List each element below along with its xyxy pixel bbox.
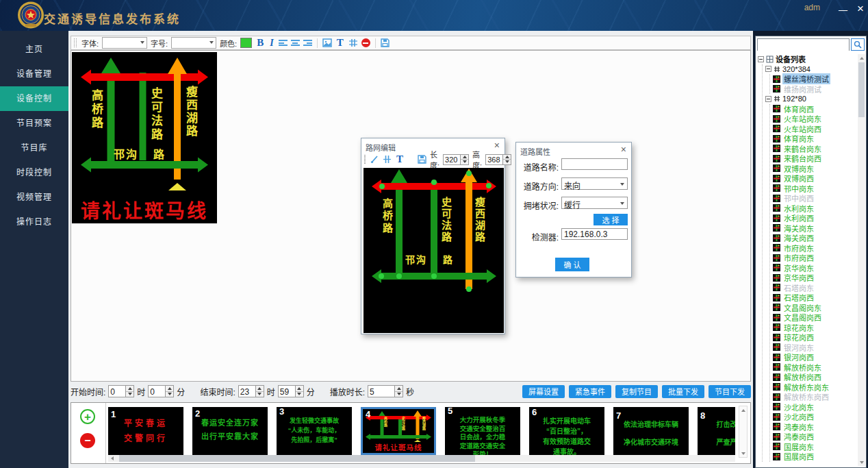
device-row[interactable]: 银河岗西: [773, 352, 858, 362]
remove-program-button[interactable]: −: [80, 433, 95, 448]
search-input[interactable]: [758, 40, 849, 51]
action-button[interactable]: 批量下发: [662, 385, 704, 398]
road-name-input[interactable]: [561, 158, 628, 170]
save-icon[interactable]: [418, 155, 426, 164]
device-row[interactable]: 解放桥岗东: [773, 362, 858, 373]
device-row[interactable]: 京华岗西: [773, 273, 858, 283]
end-minute-spinner[interactable]: 59: [278, 385, 304, 397]
scrollbar-thumb[interactable]: [858, 62, 865, 117]
confirm-button[interactable]: 确 认: [555, 258, 589, 271]
program-thumbnail[interactable]: 3 发生轻微交通事故 “人未伤，车能动， 先拍照，后撤离”: [277, 407, 352, 455]
tree-group-row[interactable]: 192*80: [765, 94, 858, 104]
device-row[interactable]: 鸿泰岗东: [773, 422, 858, 432]
collapse-icon[interactable]: [765, 66, 771, 72]
scrollbar-thumb[interactable]: [119, 455, 475, 462]
device-row[interactable]: 体育岗东: [773, 134, 858, 144]
device-row[interactable]: 解放桥东岗西: [773, 392, 858, 402]
playlist-horizontal-scrollbar[interactable]: [108, 455, 735, 462]
scroll-down-arrow[interactable]: [858, 458, 865, 466]
sidebar-item[interactable]: 节目库: [0, 136, 68, 160]
close-button[interactable]: ×: [857, 3, 864, 14]
sidebar-item[interactable]: 设备控制: [0, 86, 68, 111]
device-row[interactable]: 琼花岗西: [773, 332, 858, 343]
congestion-select[interactable]: 缓行: [561, 197, 628, 209]
road-network-edit-canvas[interactable]: 高桥路 史可法路 瘦西湖路 邗沟 路: [363, 168, 504, 333]
device-row[interactable]: 来鹤台岗西: [773, 153, 858, 164]
device-row[interactable]: 双博岗西: [773, 173, 858, 184]
length-spinner[interactable]: 320: [443, 154, 469, 165]
device-row[interactable]: 国展岗西: [773, 452, 858, 462]
sidebar-item[interactable]: 节目预案: [0, 111, 68, 136]
sidebar-item[interactable]: 设备管理: [0, 62, 68, 86]
tree-group-row[interactable]: 320*384: [765, 64, 858, 75]
logged-in-user[interactable]: adm: [804, 3, 820, 12]
program-thumbnail[interactable]: 4: [361, 407, 436, 455]
align-left-icon[interactable]: [279, 39, 288, 47]
align-center-icon[interactable]: [291, 39, 300, 47]
detector-input[interactable]: [561, 228, 628, 240]
height-spinner[interactable]: 368: [485, 154, 511, 165]
device-row[interactable]: 沙北岗东: [773, 402, 858, 412]
text-tool-button[interactable]: T: [395, 153, 405, 165]
delete-icon[interactable]: [361, 38, 370, 47]
scroll-up-arrow[interactable]: [858, 54, 865, 62]
device-row[interactable]: 市府岗西: [773, 253, 858, 263]
device-row[interactable]: 沙北岗西: [773, 412, 858, 422]
action-button[interactable]: 节目下发: [709, 385, 751, 398]
program-thumbnail[interactable]: 5 大力开展秋冬季 交通安全整治百 日会战，全力稳 定道路交通安全 形势！: [445, 407, 520, 455]
insert-image-icon[interactable]: [322, 38, 332, 47]
font-size-select[interactable]: [171, 37, 216, 49]
program-thumbnail[interactable]: 8 打击改装“炸 严查严处“机: [698, 407, 735, 455]
device-row[interactable]: 海关岗东: [773, 223, 858, 234]
device-row[interactable]: 京华岗东: [773, 263, 858, 273]
device-row[interactable]: 邗中岗西: [773, 193, 858, 204]
color-swatch[interactable]: [240, 38, 252, 48]
road-direction-select[interactable]: 来向: [561, 177, 628, 190]
device-row[interactable]: 螺丝湾桥测试: [773, 74, 858, 84]
device-row[interactable]: 琼花岗东: [773, 323, 858, 333]
program-thumbnail[interactable]: 7 依法治理非标车辆 净化城市交通环境: [613, 407, 689, 455]
sidebar-item[interactable]: 时段控制: [0, 160, 68, 185]
minimize-button[interactable]: —: [839, 5, 847, 14]
add-program-button[interactable]: +: [80, 409, 95, 424]
italic-button[interactable]: I: [268, 38, 275, 49]
sidebar-item[interactable]: 主页: [0, 37, 68, 62]
action-button[interactable]: 紧急事件: [569, 385, 611, 398]
bold-button[interactable]: B: [255, 37, 265, 49]
device-row[interactable]: 银河岗东: [773, 343, 858, 353]
program-thumbnail[interactable]: 1 平安春运 交警同行: [108, 407, 183, 455]
device-row[interactable]: 水利岗东: [773, 204, 858, 214]
device-row[interactable]: 国展岗东: [773, 442, 858, 452]
sidebar-item[interactable]: 视频管理: [0, 185, 68, 210]
road-network-icon[interactable]: [348, 38, 358, 47]
playlist-vertical-scrollbar[interactable]: [739, 406, 748, 458]
device-row[interactable]: 解放桥岗西: [773, 372, 858, 382]
device-row[interactable]: 邗中岗东: [773, 184, 858, 194]
device-row[interactable]: 体育岗西: [773, 104, 858, 114]
sidebar-item[interactable]: 操作日志: [0, 210, 68, 234]
action-button[interactable]: 屏幕设置: [522, 385, 565, 398]
tree-vertical-scrollbar[interactable]: [858, 54, 865, 466]
align-right-icon[interactable]: [303, 39, 312, 47]
device-row[interactable]: 水利岗西: [773, 213, 858, 223]
font-select[interactable]: [102, 37, 147, 49]
led-sign-preview[interactable]: 高桥路 史可法路 瘦西湖路 邗沟 路 请礼让斑马线: [72, 52, 217, 223]
scroll-down-arrow[interactable]: [739, 449, 747, 457]
device-row[interactable]: 石塔岗西: [773, 293, 858, 303]
tree-root-row[interactable]: 设备列表: [758, 54, 858, 64]
device-row[interactable]: 双博岗东: [773, 164, 858, 174]
program-thumbnail[interactable]: 2 春运安全连万家 出行平安靠大家: [192, 407, 268, 455]
collapse-icon[interactable]: [758, 56, 764, 62]
device-row[interactable]: 市府岗东: [773, 243, 858, 254]
draw-road-icon[interactable]: [370, 155, 379, 164]
start-minute-spinner[interactable]: 0: [148, 385, 174, 397]
close-icon[interactable]: ×: [621, 145, 626, 154]
save-icon[interactable]: [381, 38, 390, 47]
action-button[interactable]: 复制节目: [615, 385, 658, 398]
device-row[interactable]: 维扬岗测试: [773, 84, 858, 95]
text-tool-button[interactable]: T: [335, 37, 345, 49]
start-hour-spinner[interactable]: 0: [108, 385, 134, 397]
select-detector-button[interactable]: 选 择: [593, 214, 628, 225]
device-row[interactable]: 火车站岗东: [773, 114, 858, 124]
device-row[interactable]: 石塔岗东: [773, 283, 858, 293]
